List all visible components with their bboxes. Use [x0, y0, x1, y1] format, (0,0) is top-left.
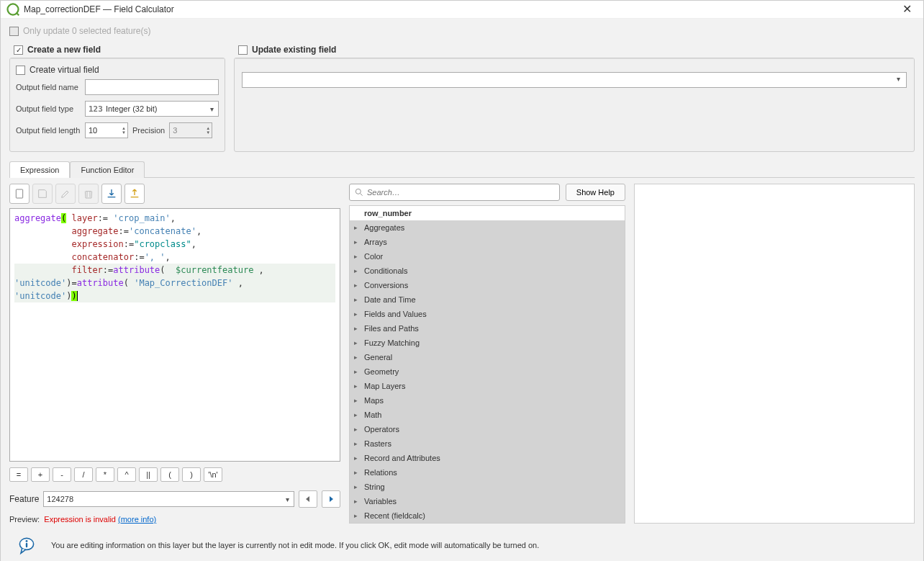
operator-button[interactable]: / [74, 467, 93, 482]
operator-button[interactable]: - [53, 467, 71, 482]
expand-icon: ▸ [354, 339, 361, 346]
function-category[interactable]: ▸Color [350, 249, 625, 264]
output-field-type-select[interactable]: 123 Integer (32 bit) [85, 101, 219, 117]
preview-error: Expression is invalid [44, 515, 116, 524]
feature-prev-button[interactable] [299, 490, 317, 508]
function-category[interactable]: ▸Fields and Values [350, 307, 625, 321]
save-expression-button [32, 184, 53, 204]
output-field-length-label: Output field length [16, 126, 81, 135]
feature-next-button[interactable] [322, 490, 340, 508]
function-category[interactable]: ▸Conditionals [350, 264, 625, 278]
function-category[interactable]: ▸Variables [350, 494, 625, 508]
operator-button[interactable]: || [139, 467, 158, 482]
function-category[interactable]: ▸Operators [350, 422, 625, 436]
create-virtual-field-checkbox[interactable]: Create virtual field [16, 65, 219, 75]
expand-icon: ▸ [354, 253, 361, 260]
output-field-type-label: Output field type [16, 104, 81, 113]
feature-select[interactable]: 124278 [43, 491, 294, 507]
expand-icon: ▸ [354, 282, 361, 289]
function-category[interactable]: ▸Conversions [350, 278, 625, 292]
function-category[interactable]: ▸Files and Paths [350, 321, 625, 336]
output-field-length-spinner[interactable]: 10 ▲▼ [85, 122, 128, 138]
function-category[interactable]: ▸Recent (fieldcalc) [350, 508, 625, 523]
create-new-field-checkbox[interactable]: ✓ Create a new field [9, 42, 225, 58]
function-tree-header[interactable]: row_number [350, 206, 625, 220]
expand-icon: ▸ [354, 325, 361, 332]
expand-icon: ▸ [354, 426, 361, 433]
function-category[interactable]: ▸Fuzzy Matching [350, 336, 625, 350]
precision-label: Precision [132, 126, 165, 135]
info-icon [15, 534, 38, 557]
operator-button[interactable]: = [9, 467, 28, 482]
operator-button[interactable]: ) [182, 467, 201, 482]
expand-icon: ▸ [354, 454, 361, 462]
output-field-name-input[interactable] [85, 79, 219, 95]
help-panel [634, 184, 915, 524]
new-expression-button[interactable] [9, 184, 30, 204]
feature-label: Feature [9, 494, 39, 504]
expand-icon: ▸ [354, 382, 361, 390]
delete-expression-button [78, 184, 99, 204]
svg-point-4 [26, 540, 28, 542]
svg-rect-5 [26, 543, 27, 547]
expand-icon: ▸ [354, 224, 361, 231]
svg-point-2 [355, 189, 361, 194]
expand-icon: ▸ [354, 310, 361, 318]
window-title: Map_correctionDEF — Field Calculator [24, 4, 174, 14]
function-tree[interactable]: row_number▸Aggregates▸Arrays▸Color▸Condi… [349, 205, 625, 524]
function-category[interactable]: ▸Arrays [350, 235, 625, 249]
function-category[interactable]: ▸General [350, 350, 625, 364]
output-field-name-label: Output field name [16, 83, 81, 91]
tab-function-editor[interactable]: Function Editor [70, 161, 145, 178]
expand-icon: ▸ [354, 354, 361, 361]
function-category[interactable]: ▸Record and Attributes [350, 451, 625, 465]
show-help-button[interactable]: Show Help [566, 184, 625, 201]
function-category[interactable]: ▸Geometry [350, 364, 625, 379]
operator-button[interactable]: ( [160, 467, 179, 482]
precision-spinner: 3 ▲▼ [169, 122, 212, 138]
expand-icon: ▸ [354, 469, 361, 476]
function-category[interactable]: ▸Map Layers [350, 379, 625, 393]
expand-icon: ▸ [354, 483, 361, 490]
function-category[interactable]: ▸String [350, 480, 625, 494]
only-update-checkbox: Only update 0 selected feature(s) [9, 26, 915, 36]
tab-expression[interactable]: Expression [9, 161, 70, 178]
export-expression-button[interactable] [124, 184, 145, 204]
preview-label: Preview: [9, 515, 40, 524]
expand-icon: ▸ [354, 368, 361, 375]
expand-icon: ▸ [354, 238, 361, 246]
preview-more-info-link[interactable]: (more info) [118, 515, 156, 524]
expand-icon: ▸ [354, 397, 361, 404]
update-existing-field-checkbox[interactable]: Update existing field [234, 42, 915, 58]
operator-button[interactable]: * [96, 467, 114, 482]
function-category[interactable]: ▸Relations [350, 465, 625, 480]
function-search-input[interactable] [349, 184, 560, 201]
existing-field-select[interactable] [242, 72, 907, 88]
expand-icon: ▸ [354, 267, 361, 274]
function-category[interactable]: ▸Maps [350, 393, 625, 408]
edit-expression-button [55, 184, 76, 204]
search-icon [354, 187, 364, 197]
function-category[interactable]: ▸Aggregates [350, 220, 625, 235]
function-category[interactable]: ▸Date and Time [350, 292, 625, 307]
svg-rect-1 [16, 189, 22, 198]
function-category[interactable]: ▸Math [350, 408, 625, 422]
operator-button[interactable]: + [31, 467, 50, 482]
expand-icon: ▸ [354, 296, 361, 303]
footer-info-text: You are editing information on this laye… [51, 541, 539, 549]
function-category[interactable]: ▸Rasters [350, 436, 625, 451]
expression-editor[interactable]: aggregate( layer:= 'crop_main', aggregat… [9, 208, 340, 462]
expand-icon: ▸ [354, 512, 361, 519]
app-logo [6, 3, 19, 16]
operator-button[interactable]: ^ [117, 467, 136, 482]
expand-icon: ▸ [354, 440, 361, 447]
close-icon[interactable]: ✕ [897, 1, 918, 18]
import-expression-button[interactable] [101, 184, 122, 204]
expand-icon: ▸ [354, 411, 361, 418]
operator-button[interactable]: '\n' [204, 467, 222, 482]
expand-icon: ▸ [354, 498, 361, 505]
